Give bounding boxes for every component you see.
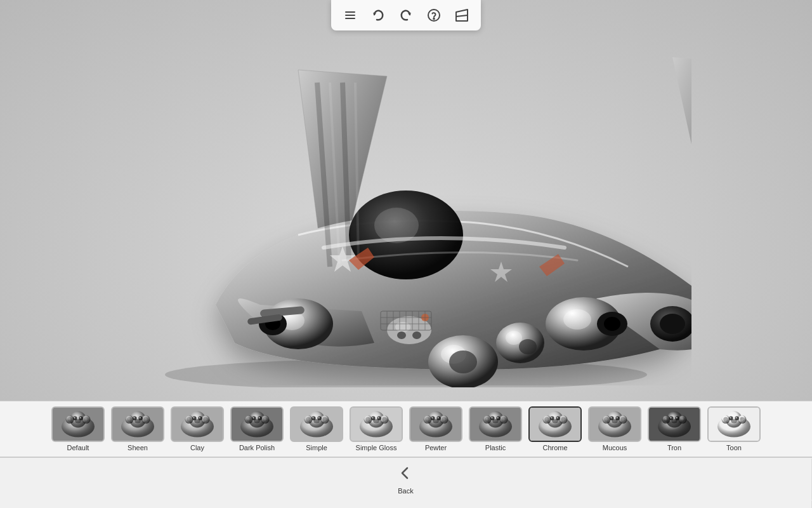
svg-point-157 [557,417,558,418]
svg-point-61 [80,417,81,418]
svg-point-60 [74,417,75,418]
svg-point-97 [259,417,260,418]
svg-point-189 [740,417,744,422]
svg-point-151 [544,417,549,422]
material-label-tron: Tron [667,444,681,451]
svg-point-120 [372,417,373,418]
material-label-simple: Simple [306,444,327,451]
svg-point-105 [322,417,327,422]
material-simple-gloss[interactable]: Simple Gloss [348,406,405,451]
svg-point-19 [604,317,620,331]
material-clay[interactable]: Clay [169,406,226,451]
top-toolbar [331,0,481,30]
svg-point-67 [127,417,131,422]
svg-point-193 [736,417,737,418]
svg-point-122 [373,419,379,424]
svg-point-146 [492,419,498,424]
material-simple[interactable]: Simple [288,406,345,451]
svg-point-141 [501,417,506,422]
material-default[interactable]: Default [49,406,107,451]
svg-point-133 [438,417,439,418]
camera-button[interactable] [450,4,473,27]
svg-point-127 [425,417,429,422]
svg-point-86 [194,419,200,424]
svg-point-158 [552,419,558,424]
svg-point-115 [365,417,370,422]
material-label-dark-polish: Dark Polish [239,444,275,451]
svg-rect-1 [345,15,355,16]
svg-rect-2 [345,18,355,19]
svg-point-117 [382,417,386,422]
svg-point-91 [246,417,251,422]
svg-point-74 [134,419,140,424]
material-toon[interactable]: Toon [705,406,763,451]
svg-point-153 [561,417,565,422]
material-sheen[interactable]: Sheen [109,406,166,451]
svg-point-4 [433,18,435,20]
svg-point-29 [412,331,421,339]
svg-point-69 [143,417,148,422]
svg-point-55 [67,417,72,422]
svg-point-134 [433,419,438,424]
bottom-bar: Back Background Lighting Effects [0,457,812,508]
svg-point-139 [485,417,489,422]
material-pewter[interactable]: Pewter [407,406,464,451]
model-3d [121,19,691,387]
svg-point-73 [140,417,141,418]
svg-point-25 [519,339,537,354]
tab-background[interactable]: Background [0,500,812,508]
material-label-pewter: Pewter [425,444,447,451]
material-label-simple-gloss: Simple Gloss [356,444,397,451]
svg-point-177 [680,417,684,422]
svg-point-96 [252,417,254,418]
material-label-sheen: Sheen [128,444,148,451]
svg-point-180 [670,417,671,418]
material-label-mucous: Mucous [603,444,627,451]
material-label-plastic: Plastic [485,444,506,451]
material-label-default: Default [67,444,89,451]
material-label-toon: Toon [726,444,742,451]
redo-button[interactable] [395,4,417,27]
material-tron[interactable]: Tron [646,406,703,451]
svg-point-57 [84,417,88,422]
svg-point-144 [491,417,492,418]
material-dark-polish[interactable]: Dark Polish [228,406,285,451]
svg-point-93 [263,417,267,422]
svg-point-72 [133,417,134,418]
material-plastic[interactable]: Plastic [467,406,524,451]
material-chrome[interactable]: Chrome [527,406,584,451]
back-label: Back [398,487,413,495]
material-mucous[interactable]: Mucous [586,406,643,451]
svg-point-50 [660,314,685,334]
help-button[interactable] [422,4,445,27]
svg-point-163 [604,417,608,422]
undo-button[interactable] [367,4,390,27]
svg-point-168 [610,417,612,418]
list-button[interactable] [339,4,362,27]
materials-strip: Default Sheen [0,401,812,457]
svg-line-8 [456,15,468,17]
svg-point-98 [254,419,259,424]
svg-point-192 [730,417,731,418]
svg-point-109 [318,417,320,418]
material-label-clay: Clay [190,444,204,451]
material-label-chrome: Chrome [542,444,567,451]
svg-point-187 [723,417,728,422]
svg-point-182 [671,419,677,424]
svg-point-132 [431,417,433,418]
tab-back[interactable]: Back [0,458,812,500]
svg-point-28 [397,331,406,339]
svg-point-84 [193,417,194,418]
svg-point-165 [620,417,625,422]
svg-point-103 [306,417,310,422]
svg-rect-0 [345,11,355,13]
svg-point-156 [551,417,552,418]
svg-point-181 [676,417,678,418]
svg-point-24 [506,331,522,345]
svg-point-81 [203,417,207,422]
svg-point-17 [563,309,591,330]
svg-point-170 [612,419,617,424]
svg-point-22 [449,351,477,373]
back-icon [397,464,415,485]
svg-point-110 [313,419,319,424]
